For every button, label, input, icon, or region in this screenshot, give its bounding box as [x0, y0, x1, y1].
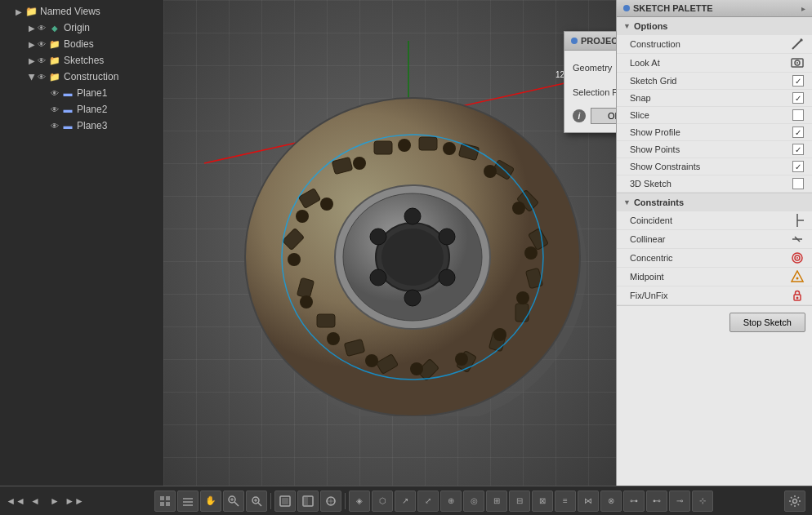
tool-btn-13[interactable]: ⊶ [623, 491, 645, 512]
sidebar-item-label: Origin [64, 22, 90, 33]
palette-item-midpoint[interactable]: Midpoint [617, 268, 812, 286]
nav-last-btn[interactable]: ►► [65, 492, 83, 510]
svg-rect-75 [166, 502, 170, 506]
eye-icon: 👁 [38, 73, 46, 82]
svg-rect-72 [160, 496, 164, 500]
sidebar-item-origin[interactable]: ▶ 👁 ◆ Origin [0, 20, 163, 36]
palette-item-fix-unfix[interactable]: Fix/UnFix [617, 286, 812, 305]
checkbox-show-profile[interactable] [792, 127, 804, 138]
sidebar-item-named-views[interactable]: ▶ 📁 Named Views [0, 3, 163, 20]
plane-icon: ▬ [61, 103, 74, 116]
palette-item-concentric[interactable]: Concentric [617, 249, 812, 268]
3d-viewport[interactable]: 125 250 [163, 0, 616, 486]
checkbox-3d-sketch[interactable] [792, 178, 804, 189]
pan-btn[interactable]: ✋ [200, 491, 221, 512]
item-control [791, 289, 804, 302]
item-label: Sketch Grid [630, 76, 676, 86]
tool-btn-6[interactable]: ◎ [463, 491, 484, 512]
tool-btn-9[interactable]: ⊠ [532, 491, 553, 512]
expand-arrow: ▶ [26, 56, 38, 65]
nav-first-btn[interactable]: ◄◄ [7, 492, 25, 510]
nav-next-btn[interactable]: ► [46, 492, 64, 510]
svg-marker-68 [792, 271, 803, 282]
palette-item-construction[interactable]: Construction [617, 35, 812, 54]
item-control [791, 214, 804, 227]
tool-btn-15[interactable]: ⊸ [669, 491, 690, 512]
expand-arrow: ▶ [13, 7, 25, 16]
stop-sketch-button[interactable]: Stop Sketch [729, 313, 805, 332]
options-section: ▼ Options Construction Look At [617, 17, 812, 193]
tool-btn-7[interactable]: ⊞ [486, 491, 507, 512]
tool-btn-8[interactable]: ⊟ [509, 491, 530, 512]
svg-rect-73 [166, 496, 170, 500]
dialog-body: Geometry ⬆ Select Selection Filter [564, 51, 616, 132]
checkbox-slice[interactable] [792, 109, 804, 121]
tool-btn-10[interactable]: ≡ [555, 491, 576, 512]
sidebar-item-label: Plane1 [77, 87, 107, 99]
tool-btn-4[interactable]: ⤢ [417, 491, 439, 512]
sidebar-item-construction[interactable]: ▶ 👁 📁 Construction [0, 69, 163, 85]
sidebar-item-label: Plane2 [77, 104, 107, 115]
svg-rect-88 [282, 498, 288, 504]
item-control [792, 109, 804, 121]
eye-icon: 👁 [38, 40, 46, 49]
display-mode-btn-2[interactable] [177, 491, 199, 512]
nav-group: ◄◄ ◄ ► ►► [7, 492, 83, 510]
palette-item-collinear[interactable]: Collinear [617, 230, 812, 249]
zoom-extents-btn[interactable] [246, 491, 267, 512]
palette-item-look-at[interactable]: Look At [617, 54, 812, 73]
dialog-info-row: i OK Cancel [573, 108, 616, 124]
palette-item-sketch-grid[interactable]: Sketch Grid [617, 73, 812, 90]
eye-icon: 👁 [51, 105, 59, 114]
checkbox-sketch-grid[interactable] [792, 75, 804, 87]
tool-btn-5[interactable]: ⊕ [440, 491, 462, 512]
palette-item-slice[interactable]: Slice [617, 107, 812, 124]
palette-item-show-profile[interactable]: Show Profile [617, 124, 812, 141]
checkbox-snap[interactable] [792, 92, 804, 104]
geometry-label: Geometry [573, 63, 616, 73]
palette-item-coincident[interactable]: Coincident [617, 211, 812, 230]
dialog-title-label: PROJECT [581, 36, 616, 46]
palette-expand-btn[interactable]: ▸ [801, 4, 805, 13]
separator-2 [345, 493, 346, 509]
palette-item-snap[interactable]: Snap [617, 90, 812, 107]
display-mode-btn-1[interactable] [154, 491, 176, 512]
ok-button[interactable]: OK [591, 108, 616, 124]
sidebar-item-bodies[interactable]: ▶ 👁 📁 Bodies [0, 36, 163, 52]
tool-btn-2[interactable]: ⬡ [372, 491, 393, 512]
construction-icon [791, 38, 804, 51]
settings-btn[interactable] [784, 491, 805, 512]
sidebar-item-plane1[interactable]: ▶ 👁 ▬ Plane1 [0, 85, 163, 101]
item-control [792, 127, 804, 138]
section-triangle: ▼ [623, 198, 631, 206]
checkbox-show-points[interactable] [792, 144, 804, 155]
tool-btn-12[interactable]: ⊗ [600, 491, 622, 512]
display-type-btn-2[interactable] [297, 491, 319, 512]
tool-btn-16[interactable]: ⊹ [692, 491, 713, 512]
svg-rect-77 [183, 501, 193, 503]
constraints-header[interactable]: ▼ Constraints [617, 193, 812, 211]
display-type-btn-1[interactable] [274, 491, 296, 512]
sidebar-item-plane3[interactable]: ▶ 👁 ▬ Plane3 [0, 118, 163, 134]
tool-btn-11[interactable]: ⋈ [578, 491, 599, 512]
sidebar-item-sketches[interactable]: ▶ 👁 📁 Sketches [0, 52, 163, 69]
checkbox-show-constraints[interactable] [792, 161, 804, 172]
sidebar-item-plane2[interactable]: ▶ 👁 ▬ Plane2 [0, 101, 163, 118]
item-control [792, 75, 804, 87]
palette-item-show-constraints[interactable]: Show Constraints [617, 158, 812, 175]
display-type-btn-3[interactable] [320, 491, 341, 512]
item-label: 3D Sketch [630, 179, 671, 189]
folder-icon: 📁 [48, 70, 61, 83]
item-control [792, 92, 804, 104]
palette-item-show-points[interactable]: Show Points [617, 141, 812, 158]
options-header[interactable]: ▼ Options [617, 17, 812, 35]
svg-rect-76 [183, 498, 193, 499]
eye-icon: 👁 [51, 122, 59, 131]
palette-item-3d-sketch[interactable]: 3D Sketch [617, 175, 812, 193]
nav-prev-btn[interactable]: ◄ [26, 492, 44, 510]
tool-btn-3[interactable]: ↗ [395, 491, 416, 512]
tool-btn-1[interactable]: ◈ [349, 491, 370, 512]
tool-btn-14[interactable]: ⊷ [646, 491, 667, 512]
zoom-btn[interactable] [223, 491, 244, 512]
display-icon-2 [182, 495, 194, 507]
